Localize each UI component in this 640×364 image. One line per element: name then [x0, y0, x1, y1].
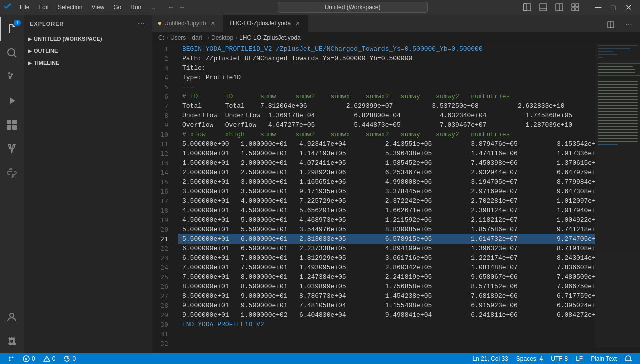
code-line-14[interactable]: 2.000000e+01 2.500000e+01 1.298923e+06 6…	[178, 168, 595, 177]
code-line-4[interactable]: Type: Profile1D	[178, 73, 595, 82]
sidebar-timeline-header[interactable]: ▶ TIMELINE	[24, 58, 152, 68]
breadcrumb-dari[interactable]: dari_	[192, 34, 206, 41]
activity-explorer[interactable]: 1	[0, 17, 24, 41]
breadcrumb-file[interactable]: LHC-LO-ZplusJet.yoda	[240, 34, 301, 41]
code-line-21[interactable]: 5.500000e+01 6.000000e+01 2.813033e+05 6…	[178, 234, 595, 244]
activity-accounts[interactable]	[0, 305, 24, 329]
code-line-29[interactable]: 9.500000e+01 1.000000e+02 6.404830e+04 9…	[178, 310, 595, 320]
activity-source-control[interactable]	[0, 65, 24, 89]
line-number-29: 29	[152, 310, 174, 320]
menu-view[interactable]: View	[88, 2, 108, 12]
svg-point-10	[8, 49, 15, 56]
layout-sidebar-btn[interactable]	[520, 0, 535, 15]
line-number-18: 18	[152, 206, 174, 215]
code-line-17[interactable]: 3.500000e+01 4.000000e+01 7.225729e+05 2…	[178, 196, 595, 206]
activity-run-debug[interactable]	[0, 89, 24, 113]
nav-forward[interactable]: →	[178, 3, 186, 11]
code-line-28[interactable]: 9.000000e+01 9.500000e+01 7.481058e+04 1…	[178, 301, 595, 310]
activity-search[interactable]	[0, 41, 24, 65]
status-eol[interactable]: LF	[572, 355, 587, 362]
breadcrumb-drive[interactable]: C:	[158, 34, 164, 41]
line-number-1: 1	[152, 44, 174, 54]
code-line-31[interactable]	[178, 329, 595, 339]
tab-more-btn[interactable]: ···	[622, 18, 636, 32]
code-line-11[interactable]: 5.000000e+00 1.000000e+01 4.923417e+04 2…	[178, 139, 595, 149]
activity-testing[interactable]	[0, 137, 24, 161]
status-git[interactable]	[4, 355, 19, 362]
code-line-22[interactable]: 6.000000e+01 6.500000e+01 2.237338e+05 4…	[178, 244, 595, 253]
code-line-8[interactable]: Underflow Underflow 1.369178e+04 6.82880…	[178, 111, 595, 120]
menu-run[interactable]: Run	[126, 2, 146, 12]
tab-bar-actions: ···	[600, 18, 640, 32]
activity-settings[interactable]	[0, 329, 24, 353]
code-line-26[interactable]: 8.000000e+01 8.500000e+01 1.039899e+05 1…	[178, 282, 595, 291]
menu-selection[interactable]: Selection	[54, 2, 86, 12]
code-line-9[interactable]: Overflow Overflow 4.647277e+05 5.444873e…	[178, 120, 595, 130]
activity-extensions[interactable]	[0, 113, 24, 137]
tab-yoda-close[interactable]: ×	[294, 19, 302, 27]
status-errors[interactable]: ✕ 0	[19, 355, 40, 362]
maximize-btn[interactable]: ◻	[606, 0, 621, 15]
code-line-30[interactable]: END YODA_PROFILE1D_V2	[178, 320, 595, 329]
menu-go[interactable]: Go	[110, 2, 126, 12]
eol-text: LF	[576, 355, 583, 362]
code-line-1[interactable]: BEGIN YODA_PROFILE1D_V2 /ZplusJet_UE/NCh…	[178, 44, 595, 54]
code-line-32[interactable]	[178, 339, 595, 348]
status-notifications[interactable]	[621, 355, 636, 362]
tab-notebook[interactable]: Untitled-1.ipynb ×	[152, 15, 224, 32]
code-editor[interactable]: BEGIN YODA_PROFILE1D_V2 /ZplusJet_UE/NCh…	[178, 43, 595, 353]
code-line-20[interactable]: 5.000000e+01 5.500000e+01 3.544976e+05 8…	[178, 225, 595, 234]
code-line-2[interactable]: Path: /ZplusJet_UE/NCharged_Towards_Ys=0…	[178, 54, 595, 63]
close-btn[interactable]: ✕	[621, 0, 636, 15]
tab-yoda[interactable]: LHC-LO-ZplusJet.yoda ×	[224, 15, 308, 32]
split-editor-btn[interactable]	[604, 18, 618, 32]
layout-split-btn[interactable]	[552, 0, 567, 15]
status-encoding[interactable]: UTF-8	[547, 355, 572, 362]
code-line-15[interactable]: 2.500000e+01 3.000000e+01 1.165651e+06 4…	[178, 177, 595, 187]
line-number-23: 23	[152, 253, 174, 263]
breadcrumb-users[interactable]: Users	[170, 34, 186, 41]
code-line-13[interactable]: 1.500000e+01 2.000000e+01 4.072411e+05 1…	[178, 158, 595, 168]
tab-notebook-close[interactable]: ×	[209, 19, 217, 27]
nav-back[interactable]: ←	[168, 3, 174, 11]
code-line-19[interactable]: 4.500000e+01 5.000000e+01 4.468973e+05 1…	[178, 215, 595, 225]
status-spaces[interactable]: Spaces: 4	[512, 355, 547, 362]
code-line-6[interactable]: # ID ID sumw sumw2 sumwx sumwx2 sumwy su…	[178, 92, 595, 101]
status-warnings[interactable]: ! 0	[40, 355, 60, 362]
layout-panel-btn[interactable]	[536, 0, 551, 15]
line-number-32: 32	[152, 339, 174, 348]
code-line-10[interactable]: # xlow xhigh sumw sumw2 sumwx sumwx2 sum…	[178, 130, 595, 139]
sidebar-more-btn[interactable]: ···	[137, 19, 146, 29]
code-line-25[interactable]: 7.500000e+01 8.000000e+01 1.247384e+05 2…	[178, 272, 595, 282]
line-number-17: 17	[152, 196, 174, 206]
code-line-18[interactable]: 4.000000e+01 4.500000e+01 5.656201e+05 1…	[178, 206, 595, 215]
menu-file[interactable]: File	[16, 2, 34, 12]
code-line-12[interactable]: 1.000000e+01 1.500000e+01 1.147193e+05 5…	[178, 149, 595, 158]
sidebar-title: EXPLORER	[30, 21, 64, 27]
line-number-10: 10	[152, 130, 174, 139]
line-number-28: 28	[152, 301, 174, 310]
line-number-4: 4	[152, 73, 174, 82]
status-position[interactable]: Ln 21, Col 33	[468, 355, 512, 362]
tab-bar: Untitled-1.ipynb × LHC-LO-ZplusJet.yoda …	[152, 15, 640, 32]
sidebar-workspace-header[interactable]: ▶ UNTITLED (WORKSPACE)	[24, 34, 152, 44]
line-number-27: 27	[152, 291, 174, 301]
minimize-btn[interactable]: ─	[591, 0, 606, 15]
code-line-23[interactable]: 6.500000e+01 7.000000e+01 1.812929e+05 3…	[178, 253, 595, 263]
code-line-5[interactable]: ---	[178, 82, 595, 92]
code-line-7[interactable]: Total Total 7.812064e+06 2.629399e+07 3.…	[178, 101, 595, 111]
search-box[interactable]: Untitled (Workspace)	[278, 2, 428, 13]
activity-python[interactable]	[0, 161, 24, 185]
breadcrumb-desktop[interactable]: Desktop	[212, 34, 234, 41]
code-line-3[interactable]: Title:	[178, 63, 595, 73]
code-line-27[interactable]: 8.500000e+01 9.000000e+01 8.786773e+04 1…	[178, 291, 595, 301]
status-language[interactable]: Plain Text	[587, 355, 621, 362]
status-sync[interactable]: 0	[60, 355, 80, 362]
layout-grid-btn[interactable]	[568, 0, 583, 15]
code-line-16[interactable]: 3.000000e+01 3.500000e+01 9.171935e+05 3…	[178, 187, 595, 196]
sidebar-outline-header[interactable]: ▶ OUTLINE	[24, 46, 152, 56]
code-line-24[interactable]: 7.000000e+01 7.500000e+01 1.493095e+05 2…	[178, 263, 595, 272]
error-count: 0	[32, 355, 36, 362]
menu-edit[interactable]: Edit	[34, 2, 53, 12]
menu-more[interactable]: ...	[146, 2, 160, 12]
